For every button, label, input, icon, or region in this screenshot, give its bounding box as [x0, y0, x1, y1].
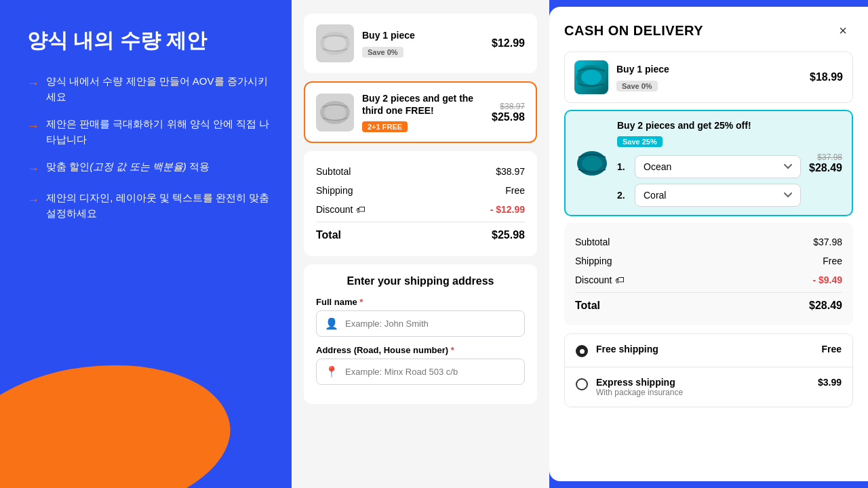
summary-shipping: Shipping Free	[316, 181, 525, 200]
list-item-2: → 제안은 판매를 극대화하기 위해 양식 안에 직접 나타납니다	[27, 117, 271, 147]
product-title-2: Buy 2 pieces and get the third one FREE!	[362, 92, 484, 117]
right-product-price-1: $18.99	[810, 71, 843, 83]
product-info-1: Buy 1 piece Save 0%	[362, 29, 484, 57]
right-price-main-1: $18.99	[810, 71, 843, 83]
shipping-options: Free shipping Free Express shipping With…	[564, 333, 853, 407]
right-product-title-2: Buy 2 pieces and get 25% off!	[617, 119, 801, 131]
required-star-1: *	[359, 297, 363, 307]
right-summary-discount: Discount 🏷 - $9.49	[575, 270, 842, 289]
right-discount-text: Discount	[575, 274, 612, 285]
right-price-old-2: $37.98	[809, 152, 842, 162]
radio-free[interactable]	[576, 345, 588, 357]
middle-panel: Buy 1 piece Save 0% $12.99 Buy 2 pieces …	[292, 0, 549, 488]
full-name-input-wrapper: 👤	[316, 310, 525, 337]
decorative-blob	[0, 344, 241, 488]
subtotal-value: $38.97	[496, 166, 525, 177]
variant-select-2[interactable]: Ocean Coral Forest Sand	[635, 184, 801, 207]
product-image-1	[316, 24, 354, 62]
right-summary-subtotal: Subtotal $37.98	[575, 232, 842, 251]
list-text-3: 맞춤 할인(고정 값 또는 백분율) 적용	[46, 159, 210, 175]
right-summary-shipping: Shipping Free	[575, 251, 842, 270]
variant-row-1: 1. Ocean Coral Forest Sand	[617, 155, 801, 178]
shipping-express-sublabel: With package insurance	[596, 388, 810, 397]
product-badge-1: Save 0%	[362, 47, 403, 58]
product-card-2[interactable]: Buy 2 pieces and get the third one FREE!…	[304, 81, 537, 143]
close-button[interactable]: ×	[833, 20, 853, 41]
shipping-free-label: Free shipping	[596, 344, 813, 354]
product-title-1: Buy 1 piece	[362, 29, 484, 41]
shipping-option-express[interactable]: Express shipping With package insurance …	[565, 367, 852, 407]
shipping-option-free[interactable]: Free shipping Free	[565, 334, 852, 367]
right-discount-value: - $9.49	[812, 274, 842, 285]
right-discount-label-wrap: Discount 🏷	[575, 274, 625, 285]
right-shipping-label: Shipping	[575, 256, 612, 266]
right-tag-icon: 🏷	[615, 274, 625, 285]
arrow-icon-1: →	[27, 75, 39, 93]
arrow-icon-3: →	[27, 160, 39, 178]
address-input-wrapper: 📍	[316, 359, 525, 385]
variant-num-2: 2.	[617, 190, 628, 201]
discount-label-wrap: Discount 🏷	[316, 204, 366, 215]
location-icon: 📍	[325, 365, 338, 378]
svg-point-7	[582, 156, 602, 171]
left-panel: 양식 내의 수량 제안 → 양식 내에서 수량 제안을 만들어 AOV를 증가시…	[0, 0, 292, 488]
shipping-free-price: Free	[821, 344, 842, 354]
product-image-2	[316, 94, 354, 131]
list-item-4: → 제안의 디자인, 레이아웃 및 텍스트를 완전히 맞춤 설정하세요	[27, 190, 271, 221]
right-product-card-1[interactable]: Buy 1 piece Save 0% $18.99	[564, 52, 853, 103]
list-item-1: → 양식 내에서 수량 제안을 만들어 AOV를 증가시키세요	[27, 74, 271, 104]
variant-num-1: 1.	[617, 161, 628, 172]
list-text-4: 제안의 디자인, 레이아웃 및 텍스트를 완전히 맞춤 설정하세요	[46, 190, 271, 221]
person-icon: 👤	[325, 317, 338, 330]
discount-value: - $12.99	[490, 204, 525, 215]
order-summary: Subtotal $38.97 Shipping Free Discount 🏷…	[304, 151, 537, 256]
summary-discount: Discount 🏷 - $12.99	[316, 200, 525, 219]
form-title: Enter your shipping address	[316, 275, 525, 287]
radio-express[interactable]	[576, 378, 588, 390]
price-main-2: $25.98	[492, 111, 525, 123]
right-product-info-2: Buy 2 pieces and get 25% off! Save 25% 1…	[617, 119, 801, 207]
summary-total: Total $25.98	[316, 222, 525, 245]
right-total-value: $28.49	[809, 300, 842, 312]
radio-dot-free	[580, 349, 585, 354]
variant-select-1[interactable]: Ocean Coral Forest Sand	[635, 155, 801, 178]
right-product-info-1: Buy 1 piece Save 0%	[616, 63, 802, 91]
right-shipping-value: Free	[823, 256, 842, 266]
variant-row-2: 2. Ocean Coral Forest Sand	[617, 184, 801, 207]
product-price-1: $12.99	[492, 37, 525, 49]
price-main-1: $12.99	[492, 37, 525, 49]
svg-point-1	[324, 35, 346, 52]
address-input[interactable]	[338, 359, 516, 384]
svg-point-3	[324, 104, 346, 121]
product-card-1[interactable]: Buy 1 piece Save 0% $12.99	[304, 14, 537, 73]
full-name-group: Full name * 👤	[316, 297, 525, 337]
shipping-express-label: Express shipping With package insurance	[596, 377, 810, 397]
left-title: 양식 내의 수량 제안	[27, 27, 271, 54]
discount-text: Discount	[316, 204, 353, 215]
right-product-badge-1: Save 0%	[616, 81, 658, 92]
product-badge-2: 2+1 FREE	[362, 121, 408, 132]
right-subtotal-value: $37.98	[813, 237, 842, 247]
full-name-input[interactable]	[338, 311, 516, 336]
right-summary-total: Total $28.49	[575, 292, 842, 316]
right-product-title-1: Buy 1 piece	[616, 63, 802, 75]
right-product-badge-2: Save 25%	[617, 136, 663, 147]
right-subtotal-label: Subtotal	[575, 237, 610, 247]
summary-subtotal: Subtotal $38.97	[316, 162, 525, 181]
total-label: Total	[316, 229, 341, 241]
right-total-label: Total	[575, 300, 600, 312]
right-product-price-2: $37.98 $28.49	[809, 152, 842, 174]
price-old-2: $38.97	[492, 102, 525, 111]
shipping-value: Free	[505, 185, 525, 196]
right-summary: Subtotal $37.98 Shipping Free Discount 🏷…	[564, 223, 853, 325]
variant-section: 1. Ocean Coral Forest Sand 2. Ocean Cora…	[617, 155, 801, 207]
right-product-image-2	[575, 146, 609, 180]
shipping-express-price: $3.99	[818, 377, 842, 388]
list-text-1: 양식 내에서 수량 제안을 만들어 AOV를 증가시키세요	[46, 74, 271, 104]
shipping-form: Enter your shipping address Full name * …	[304, 264, 537, 404]
right-product-card-2[interactable]: Buy 2 pieces and get 25% off! Save 25% 1…	[564, 110, 853, 216]
full-name-label: Full name *	[316, 297, 525, 307]
product-info-2: Buy 2 pieces and get the third one FREE!…	[362, 92, 484, 132]
right-header: CASH ON DELIVERY ×	[564, 20, 853, 41]
left-list: → 양식 내에서 수량 제안을 만들어 AOV를 증가시키세요 → 제안은 판매…	[27, 74, 271, 221]
